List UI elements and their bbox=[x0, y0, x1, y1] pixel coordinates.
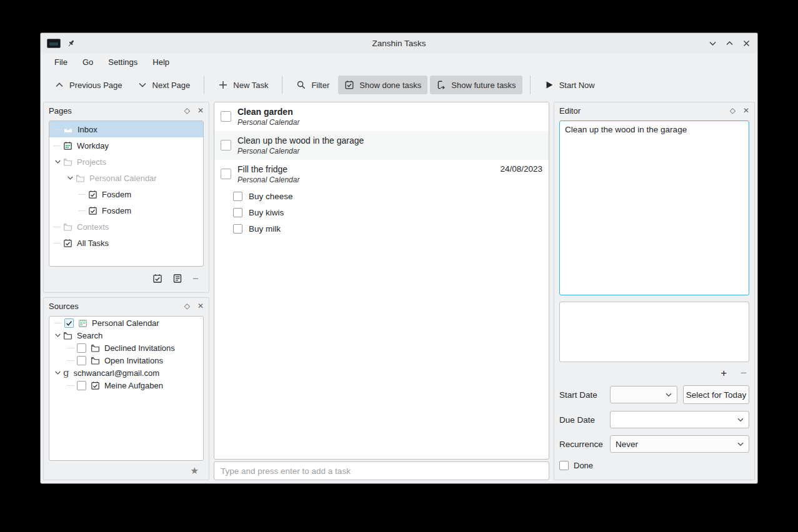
add-context-button[interactable] bbox=[172, 273, 182, 283]
show-done-tasks-label: Show done tasks bbox=[359, 81, 421, 90]
subtask-title: Buy milk bbox=[249, 224, 281, 234]
remove-page-button[interactable]: − bbox=[192, 273, 199, 284]
sources-panel-title: Sources bbox=[49, 302, 79, 311]
pages-item-projects[interactable]: Projects bbox=[49, 154, 203, 170]
close-button[interactable] bbox=[741, 38, 751, 48]
due-date-combobox[interactable] bbox=[610, 411, 749, 428]
add-task-input[interactable] bbox=[214, 461, 549, 480]
close-panel-icon[interactable]: ✕ bbox=[197, 302, 204, 310]
pages-item-inbox[interactable]: Inbox bbox=[49, 121, 203, 137]
float-panel-icon[interactable]: ◇ bbox=[184, 107, 190, 114]
attachment-buttons: + − bbox=[559, 368, 749, 378]
pages-item-contexts[interactable]: Contexts bbox=[49, 219, 203, 235]
menu-settings[interactable]: Settings bbox=[102, 56, 144, 69]
close-panel-icon[interactable]: ✕ bbox=[743, 107, 749, 114]
source-checkbox[interactable] bbox=[77, 356, 86, 365]
plus-icon bbox=[218, 80, 228, 90]
source-item-search[interactable]: Search bbox=[49, 329, 203, 342]
add-attachment-button[interactable]: + bbox=[721, 368, 727, 378]
subtask-row[interactable]: Buy cheese bbox=[214, 189, 549, 205]
pages-panel-title: Pages bbox=[49, 106, 72, 116]
new-task-button[interactable]: New Task bbox=[212, 76, 274, 94]
pages-panel-header: Pages ◇ ✕ bbox=[44, 102, 209, 117]
start-now-button[interactable]: Start Now bbox=[538, 76, 601, 94]
start-date-combobox[interactable] bbox=[610, 386, 677, 403]
default-source-star-icon[interactable]: ★ bbox=[191, 466, 199, 475]
tree-branch bbox=[67, 348, 74, 348]
expand-chevron-icon[interactable] bbox=[53, 333, 62, 337]
pages-item-label: Contexts bbox=[77, 222, 109, 232]
source-checkbox[interactable] bbox=[77, 343, 86, 353]
close-panel-icon[interactable]: ✕ bbox=[197, 107, 204, 114]
expand-chevron-icon[interactable] bbox=[66, 176, 74, 180]
task-title: Clean up the wood in the garage bbox=[237, 134, 542, 147]
desktop-background: Zanshin Tasks bbox=[0, 0, 798, 532]
folder-icon bbox=[76, 174, 85, 183]
source-checkbox[interactable] bbox=[77, 381, 86, 390]
subtask-title: Buy cheese bbox=[249, 192, 293, 201]
done-checkbox[interactable] bbox=[559, 461, 569, 470]
source-item-gmail-account[interactable]: g schwancarl@gmail.com bbox=[49, 367, 203, 379]
pages-item-label: All Tasks bbox=[77, 239, 109, 248]
float-panel-icon[interactable]: ◇ bbox=[184, 302, 190, 310]
subtask-checkbox[interactable] bbox=[233, 192, 242, 201]
folder-icon bbox=[91, 356, 100, 365]
float-panel-icon[interactable]: ◇ bbox=[730, 107, 736, 114]
source-item-meine-aufgaben[interactable]: Meine Aufgaben bbox=[49, 379, 203, 392]
chevron-down-icon bbox=[737, 418, 744, 422]
source-item-personal-calendar[interactable]: Personal Calendar bbox=[49, 317, 203, 329]
remove-attachment-button[interactable]: − bbox=[741, 368, 747, 378]
recurrence-combobox[interactable]: Never bbox=[610, 435, 749, 453]
subtask-checkbox[interactable] bbox=[233, 224, 242, 234]
subtask-row[interactable]: Buy milk bbox=[214, 221, 549, 237]
select-for-today-button[interactable]: Select for Today bbox=[683, 385, 749, 404]
pages-item-fosdem[interactable]: Fosdem bbox=[49, 202, 203, 219]
source-item-declined-invitations[interactable]: Declined Invitations bbox=[49, 342, 203, 354]
task-row[interactable]: Clean garden Personal Calendar bbox=[214, 102, 549, 131]
source-item-open-invitations[interactable]: Open Invitations bbox=[49, 354, 203, 367]
pages-item-personal-calendar[interactable]: Personal Calendar bbox=[49, 170, 203, 186]
next-page-button[interactable]: Next Page bbox=[131, 76, 197, 94]
task-list: Clean garden Personal Calendar Clean up … bbox=[214, 102, 549, 460]
source-item-label: Declined Invitations bbox=[104, 343, 175, 353]
folder-icon bbox=[63, 157, 72, 167]
minimize-button[interactable] bbox=[707, 38, 717, 48]
task-checkbox[interactable] bbox=[221, 169, 231, 179]
task-calendar-icon bbox=[91, 381, 100, 390]
pages-item-all-tasks[interactable]: All Tasks bbox=[49, 235, 203, 251]
google-icon: g bbox=[63, 368, 69, 378]
start-now-label: Start Now bbox=[559, 81, 595, 90]
add-project-button[interactable] bbox=[152, 273, 162, 283]
menu-file[interactable]: File bbox=[48, 56, 74, 69]
task-checkbox[interactable] bbox=[221, 140, 231, 150]
workday-calendar-icon bbox=[63, 141, 72, 150]
filter-button[interactable]: Filter bbox=[290, 76, 336, 94]
titlebar[interactable]: Zanshin Tasks bbox=[41, 33, 757, 53]
subtask-checkbox[interactable] bbox=[233, 208, 242, 217]
pages-panel: Pages ◇ ✕ Inbox bbox=[43, 102, 209, 293]
maximize-button[interactable] bbox=[724, 38, 734, 48]
expand-chevron-icon[interactable] bbox=[53, 160, 62, 164]
show-future-tasks-toggle[interactable]: Show future tasks bbox=[430, 76, 522, 94]
task-row[interactable]: Fill the fridge Personal Calendar 24/08/… bbox=[214, 160, 549, 189]
source-checkbox-checked[interactable] bbox=[64, 318, 74, 328]
show-done-tasks-toggle[interactable]: Show done tasks bbox=[338, 76, 427, 94]
editor-panel-header: Editor ◇ ✕ bbox=[554, 102, 754, 117]
pages-item-fosdem[interactable]: Fosdem bbox=[49, 186, 203, 202]
previous-page-button[interactable]: Previous Page bbox=[48, 76, 129, 94]
task-text-editor[interactable]: Clean up the wood in the garage bbox=[559, 121, 749, 295]
chevron-up-icon bbox=[54, 80, 64, 90]
toolbar: Previous Page Next Page New Task Filter bbox=[41, 71, 757, 99]
menu-go[interactable]: Go bbox=[76, 56, 99, 69]
recurrence-label: Recurrence bbox=[559, 440, 610, 449]
task-checkbox[interactable] bbox=[221, 111, 231, 122]
task-row[interactable]: Clean up the wood in the garage Personal… bbox=[214, 131, 549, 160]
pages-item-workday[interactable]: Workday bbox=[49, 137, 203, 154]
task-calendar-icon bbox=[88, 190, 97, 199]
attachments-list[interactable] bbox=[559, 302, 749, 362]
subtask-row[interactable]: Buy kiwis bbox=[214, 205, 549, 221]
menu-help[interactable]: Help bbox=[146, 56, 176, 69]
task-title: Fill the fridge bbox=[237, 163, 500, 175]
sources-panel: Sources ◇ ✕ Person bbox=[43, 297, 209, 480]
expand-chevron-icon[interactable] bbox=[53, 371, 62, 375]
